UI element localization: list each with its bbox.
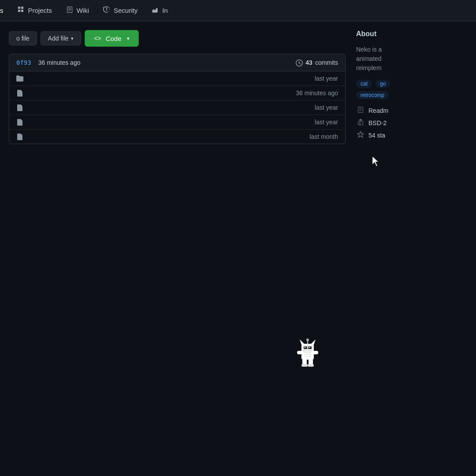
tag-cat[interactable]: cat [356, 80, 372, 88]
tag-retrocomp[interactable]: retrocomp [356, 91, 389, 99]
about-title: About [356, 30, 467, 38]
file-name[interactable] [16, 89, 96, 97]
table-row: last month [9, 130, 345, 144]
tags-row: cat go [356, 80, 467, 88]
code-icon: <> [94, 35, 101, 42]
nav-item-insights-partial[interactable]: In [145, 0, 175, 21]
top-nav: s Projects Wiki Security [0, 0, 476, 21]
license-item[interactable]: BSD-2 [356, 119, 467, 127]
file-time: 36 minutes ago [276, 89, 338, 97]
upload-file-button[interactable]: o file [9, 31, 37, 45]
buttons-row: o file Add file ▾ <> Code ▾ [9, 30, 346, 47]
table-row: last year [9, 100, 345, 115]
neko-cursor [295, 335, 320, 368]
stars-item[interactable]: 54 sta [356, 131, 467, 140]
commit-hash[interactable]: 0f93 [16, 59, 31, 66]
svg-rect-6 [309, 347, 310, 348]
license-text: BSD-2 [368, 119, 387, 126]
nav-item-wiki[interactable]: Wiki [59, 0, 96, 21]
file-time: last year [276, 119, 338, 126]
right-column: About Neko is a animated reimplem cat go… [346, 30, 476, 476]
nav-projects-label: Projects [28, 7, 52, 14]
commits-bar: 0f93 36 minutes ago 43 commits [9, 54, 346, 71]
add-file-label: Add file [48, 35, 69, 42]
upload-file-label: o file [16, 35, 30, 42]
readme-text: Readm [368, 107, 388, 114]
svg-marker-10 [311, 339, 316, 345]
code-label: Code [106, 35, 122, 42]
file-name[interactable] [16, 133, 96, 140]
file-time: last month [276, 133, 338, 140]
add-file-button[interactable]: Add file ▾ [41, 31, 82, 45]
svg-marker-9 [300, 339, 304, 345]
nav-item-partial[interactable]: s [0, 0, 11, 21]
readme-item[interactable]: Readm [356, 106, 467, 115]
svg-rect-14 [308, 364, 314, 367]
license-icon [356, 119, 365, 127]
wiki-icon [66, 6, 73, 15]
code-button[interactable]: <> Code ▾ [85, 30, 138, 47]
nav-security-label: Security [114, 7, 138, 14]
main-content: o file Add file ▾ <> Code ▾ 0f93 36 minu… [0, 21, 476, 476]
nav-wiki-label: Wiki [77, 7, 89, 14]
commit-count-number: 43 [305, 59, 312, 66]
about-description: Neko is a animated reimplem [356, 45, 467, 73]
svg-rect-5 [305, 347, 305, 348]
commits-count[interactable]: 43 commits [296, 59, 338, 67]
star-icon [356, 131, 365, 140]
about-meta: Readm BSD-2 54 sta [356, 106, 467, 140]
file-time: last year [276, 104, 338, 111]
table-row: last year [9, 115, 345, 130]
nav-item-security[interactable]: Security [96, 0, 145, 21]
history-icon [296, 59, 303, 67]
file-list: last year 36 minutes ago last year [9, 71, 346, 144]
svg-rect-15 [297, 351, 302, 354]
file-time: last year [276, 75, 338, 82]
projects-icon [18, 6, 25, 15]
file-name[interactable] [16, 119, 96, 126]
left-column: o file Add file ▾ <> Code ▾ 0f93 36 minu… [0, 30, 346, 476]
nav-item-projects[interactable]: Projects [11, 0, 59, 21]
tags-row-2: retrocomp [356, 91, 467, 99]
code-dropdown-icon: ▾ [127, 36, 130, 41]
nav-insights-label: In [162, 7, 168, 14]
tag-go[interactable]: go [376, 80, 390, 88]
partial-text: s [0, 7, 4, 14]
svg-rect-13 [301, 364, 308, 367]
security-icon [103, 6, 110, 15]
table-row: 36 minutes ago [9, 86, 345, 100]
file-name[interactable] [16, 75, 96, 82]
readme-icon [356, 106, 365, 115]
stars-text: 54 sta [368, 132, 385, 139]
commits-label: commits [315, 59, 338, 66]
svg-point-8 [306, 338, 309, 341]
add-file-dropdown-icon: ▾ [71, 36, 74, 41]
table-row: last year [9, 71, 345, 86]
file-name[interactable] [16, 104, 96, 111]
commit-time: 36 minutes ago [38, 59, 81, 66]
svg-marker-0 [357, 131, 364, 138]
insights-icon [152, 6, 159, 15]
svg-rect-16 [313, 351, 318, 354]
